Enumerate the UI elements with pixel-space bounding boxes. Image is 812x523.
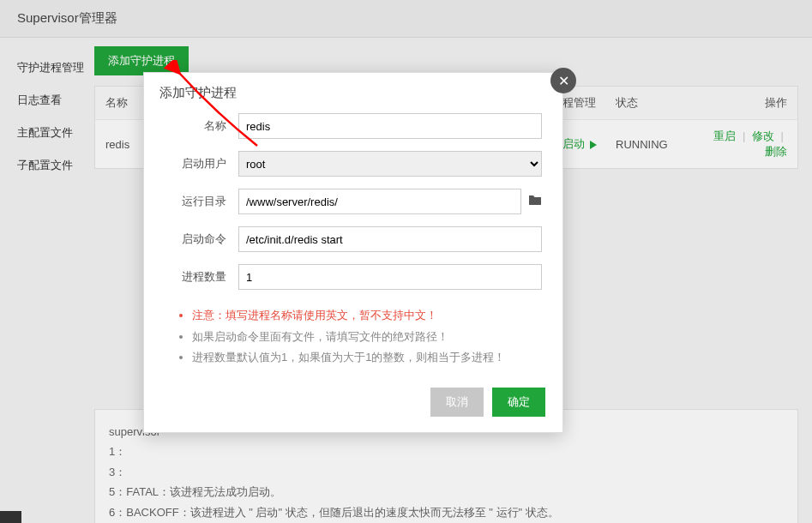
sidebar: 守护进程管理 日志查看 主配置文件 子配置文件 xyxy=(0,38,94,523)
input-count[interactable] xyxy=(238,264,542,290)
note-line: 如果启动命令里面有文件，请填写文件的绝对路径！ xyxy=(192,327,537,348)
input-cmd[interactable] xyxy=(238,226,542,252)
th-ops: 操作 xyxy=(701,95,787,111)
note-line: 进程数量默认值为1，如果值为大于1的整数，则相当于多进程！ xyxy=(192,347,537,369)
sidebar-item-log-view[interactable]: 日志查看 xyxy=(17,84,94,117)
op-restart[interactable]: 重启 xyxy=(713,129,736,142)
close-icon[interactable]: ✕ xyxy=(550,68,576,93)
cell-status: RUNNING xyxy=(616,138,701,151)
select-user[interactable]: root xyxy=(238,151,542,177)
folder-icon[interactable] xyxy=(528,194,542,209)
page-title: Supervisor管理器 xyxy=(0,0,812,38)
input-dir[interactable] xyxy=(238,189,521,214)
note-warning: 注意：填写进程名称请使用英文，暂不支持中文！ xyxy=(192,305,537,327)
play-icon xyxy=(590,141,597,149)
label-user: 启动用户 xyxy=(165,156,238,171)
tip-line: 3： xyxy=(109,462,784,482)
op-delete[interactable]: 删除 xyxy=(765,145,787,158)
input-name[interactable] xyxy=(238,113,542,139)
tip-line: 5：FATAL：该进程无法成功启动。 xyxy=(109,482,784,502)
label-name: 名称 xyxy=(165,118,238,134)
ok-button[interactable]: 确定 xyxy=(492,388,545,417)
bottom-strip xyxy=(0,511,21,523)
add-process-button[interactable]: 添加守护进程 xyxy=(94,46,189,75)
label-dir: 运行目录 xyxy=(165,194,238,209)
sidebar-item-sub-config[interactable]: 子配置文件 xyxy=(17,149,94,182)
sidebar-item-process-mgr[interactable]: 守护进程管理 xyxy=(17,51,94,84)
op-modify[interactable]: 修改 xyxy=(752,129,774,142)
add-process-modal: ✕ 添加守护进程 名称 启动用户 root 运行目录 启动命令 进程数量 注意：… xyxy=(143,72,563,433)
th-status: 状态 xyxy=(616,95,701,111)
modal-notes: 注意：填写进程名称请使用英文，暂不支持中文！ 如果启动命令里面有文件，请填写文件… xyxy=(144,302,562,377)
cancel-button[interactable]: 取消 xyxy=(430,388,484,417)
tip-line: 6：BACKOFF：该进程进入 " 启动" 状态，但随后退出的速度太快而无法移至… xyxy=(109,502,784,522)
label-count: 进程数量 xyxy=(165,269,238,285)
cell-ops: 重启 | 修改 | 删除 xyxy=(701,129,787,159)
sidebar-item-main-config[interactable]: 主配置文件 xyxy=(17,117,94,149)
label-cmd: 启动命令 xyxy=(165,231,238,247)
modal-title: 添加守护进程 xyxy=(144,73,562,113)
tip-line: 1： xyxy=(109,442,784,461)
